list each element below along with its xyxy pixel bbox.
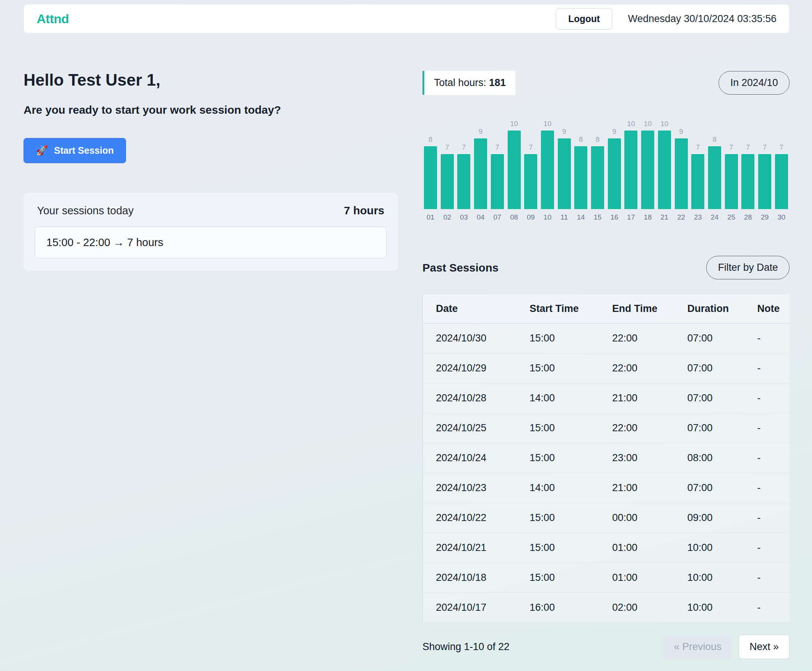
chart-bar-stack: 8 xyxy=(591,135,604,209)
bar-value-label: 10 xyxy=(661,120,668,128)
rocket-icon: 🚀 xyxy=(36,145,48,156)
table-cell: 23:00 xyxy=(612,443,688,473)
x-tick-label: 10 xyxy=(544,213,551,221)
column-header: Start Time xyxy=(530,295,612,324)
column-header: Duration xyxy=(688,295,758,324)
session-item: 15:00 - 22:00 → 7 hours xyxy=(35,227,387,259)
chart-bar-group: 730 xyxy=(775,143,788,221)
table-cell: 07:00 xyxy=(688,473,758,503)
table-cell: 2024/10/21 xyxy=(423,533,530,563)
table-cell: 15:00 xyxy=(530,413,612,443)
main-content: Hello Test User 1, Are you ready to star… xyxy=(24,71,790,659)
bar xyxy=(591,146,604,209)
x-tick-label: 24 xyxy=(711,213,719,221)
table-row: 2024/10/2115:0001:0010:00- xyxy=(423,533,790,563)
x-tick-label: 25 xyxy=(727,213,736,221)
chart-bar-group: 702 xyxy=(441,143,454,221)
bar-value-label: 7 xyxy=(528,143,533,152)
table-cell: 15:00 xyxy=(530,563,612,593)
bar xyxy=(474,138,487,209)
bar-value-label: 7 xyxy=(746,143,750,152)
table-row: 2024/10/2814:0021:0007:00- xyxy=(423,383,790,413)
bar-value-label: 9 xyxy=(679,128,683,136)
bar-value-label: 10 xyxy=(510,120,518,128)
table-cell: 22:00 xyxy=(612,353,688,383)
table-cell: 14:00 xyxy=(530,473,612,503)
bar-value-label: 7 xyxy=(495,143,499,152)
table-cell: 09:00 xyxy=(688,503,758,533)
column-header: Date xyxy=(423,295,530,324)
x-tick-label: 22 xyxy=(677,213,685,221)
bar xyxy=(741,154,754,209)
x-tick-label: 03 xyxy=(460,213,468,221)
chart-bar-group: 723 xyxy=(691,143,704,221)
bar xyxy=(641,131,654,209)
chart-bar-stack: 7 xyxy=(725,143,738,209)
chart-bar-stack: 7 xyxy=(457,143,470,209)
chart-bar-stack: 10 xyxy=(624,120,637,209)
summary-row: Total hours: 181 In 2024/10 xyxy=(423,71,790,95)
table-cell: 2024/10/30 xyxy=(423,324,530,353)
table-cell: 02:00 xyxy=(612,593,688,623)
table-cell: - xyxy=(758,413,790,443)
total-hours-label: Total hours: xyxy=(434,77,489,88)
table-cell: 2024/10/25 xyxy=(423,413,530,443)
column-header: End Time xyxy=(612,295,688,324)
x-tick-label: 29 xyxy=(761,213,769,221)
app-logo: Attnd xyxy=(37,12,69,26)
x-tick-label: 21 xyxy=(661,213,668,221)
next-page-button[interactable]: Next » xyxy=(739,635,790,659)
month-filter-button[interactable]: In 2024/10 xyxy=(719,71,790,95)
table-cell: - xyxy=(758,533,790,563)
filter-by-date-button[interactable]: Filter by Date xyxy=(706,256,790,279)
chart-bar-stack: 9 xyxy=(558,128,571,209)
bar xyxy=(624,131,637,209)
bar xyxy=(758,154,771,209)
table-cell: - xyxy=(758,503,790,533)
chart-bar-stack: 8 xyxy=(574,135,587,209)
table-cell: 07:00 xyxy=(688,324,758,353)
bar xyxy=(558,138,571,209)
start-session-button[interactable]: 🚀 Start Session xyxy=(24,138,126,163)
sessions-table-head-row: DateStart TimeEnd TimeDurationNote xyxy=(423,295,790,324)
greeting-subtitle: Are you ready to start your work session… xyxy=(24,104,398,116)
chart-bar-group: 728 xyxy=(741,143,754,221)
table-cell: 2024/10/28 xyxy=(423,383,530,413)
logout-button[interactable]: Logout xyxy=(556,8,612,29)
x-tick-label: 28 xyxy=(744,213,752,221)
table-cell: 2024/10/23 xyxy=(423,473,530,503)
x-tick-label: 01 xyxy=(426,213,435,221)
table-cell: 16:00 xyxy=(530,593,612,623)
today-sessions-card: Your sessions today 7 hours 15:00 - 22:0… xyxy=(24,193,398,271)
bar xyxy=(457,154,470,209)
table-row: 2024/10/2415:0023:0008:00- xyxy=(423,443,790,473)
total-hours-badge: Total hours: 181 xyxy=(423,71,516,95)
past-sessions-table: DateStart TimeEnd TimeDurationNote 2024/… xyxy=(423,295,790,623)
chart-bar-group: 703 xyxy=(457,143,470,221)
previous-page-button[interactable]: « Previous xyxy=(663,635,732,659)
table-cell: 15:00 xyxy=(530,533,612,563)
table-footer: Showing 1-10 of 22 « Previous Next » xyxy=(423,635,790,659)
table-cell: - xyxy=(758,473,790,503)
table-cell: 2024/10/18 xyxy=(423,563,530,593)
table-cell: 01:00 xyxy=(612,533,688,563)
today-card-header: Your sessions today 7 hours xyxy=(35,204,387,217)
table-cell: - xyxy=(758,383,790,413)
table-cell: 2024/10/22 xyxy=(423,503,530,533)
bar xyxy=(524,154,537,209)
current-datetime: Wednesday 30/10/2024 03:35:56 xyxy=(628,13,776,25)
chart-bar-stack: 10 xyxy=(541,120,554,209)
hours-bar-chart: 8017027039047071008709101091181481591610… xyxy=(423,120,790,221)
table-cell: 21:00 xyxy=(612,473,688,503)
bar xyxy=(658,131,671,209)
column-header: Note xyxy=(758,295,790,324)
pagination-controls: « Previous Next » xyxy=(663,635,790,659)
chart-bar-group: 707 xyxy=(491,143,504,221)
bar xyxy=(675,138,688,209)
bar xyxy=(491,154,504,209)
table-cell: 14:00 xyxy=(530,383,612,413)
chart-bar-group: 729 xyxy=(758,143,771,221)
chart-bar-group: 1017 xyxy=(624,120,637,221)
table-cell: 10:00 xyxy=(688,563,758,593)
bar-value-label: 7 xyxy=(763,143,767,152)
